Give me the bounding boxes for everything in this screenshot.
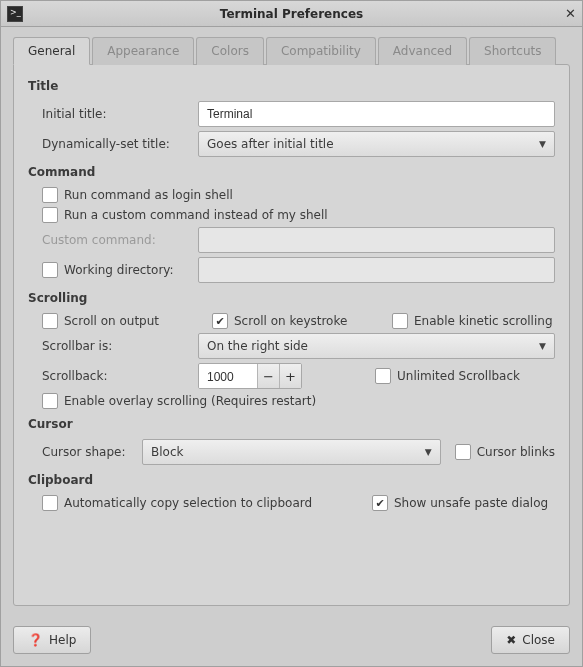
scroll-on-output-group[interactable]: Scroll on output (42, 313, 212, 329)
enable-overlay-label: Enable overlay scrolling (Requires resta… (64, 394, 316, 408)
scroll-on-output-label: Scroll on output (64, 314, 159, 328)
dyn-title-label: Dynamically-set title: (42, 137, 198, 151)
scrollback-increment[interactable]: + (279, 364, 301, 388)
unlimited-scrollback-checkbox[interactable] (375, 368, 391, 384)
row-working-dir: Working directory: (28, 257, 555, 283)
row-scroll-checks: Scroll on output Scroll on keystroke Ena… (28, 313, 555, 329)
scroll-on-keystroke-checkbox[interactable] (212, 313, 228, 329)
custom-cmd-cb-label: Run a custom command instead of my shell (64, 208, 328, 222)
row-dyn-title: Dynamically-set title: Goes after initia… (28, 131, 555, 157)
section-title: Title (28, 79, 555, 93)
autocopy-checkbox[interactable] (42, 495, 58, 511)
initial-title-input[interactable] (198, 101, 555, 127)
preferences-window: Terminal Preferences ✕ General Appearanc… (0, 0, 583, 667)
cursor-blinks-label: Cursor blinks (477, 445, 555, 459)
window-title: Terminal Preferences (1, 7, 582, 21)
row-initial-title: Initial title: (28, 101, 555, 127)
cursor-blinks-group[interactable]: Cursor blinks (455, 444, 555, 460)
scrollbar-is-label: Scrollbar is: (42, 339, 198, 353)
enable-kinetic-checkbox[interactable] (392, 313, 408, 329)
tab-panel-general: Title Initial title: Dynamically-set tit… (13, 64, 570, 606)
footer: ❓ Help ✖ Close (1, 616, 582, 666)
custom-cmd-checkbox[interactable] (42, 207, 58, 223)
row-scrollback: Scrollback: − + Unlimited Scrollback (28, 363, 555, 389)
initial-title-label: Initial title: (42, 107, 198, 121)
scroll-on-keystroke-group[interactable]: Scroll on keystroke (212, 313, 392, 329)
help-button-label: Help (49, 633, 76, 647)
unsafe-paste-group[interactable]: Show unsafe paste dialog (372, 495, 548, 511)
tab-advanced[interactable]: Advanced (378, 37, 467, 65)
scrollbar-is-value: On the right side (207, 339, 308, 353)
section-clipboard: Clipboard (28, 473, 555, 487)
cursor-shape-value: Block (151, 445, 183, 459)
working-dir-label: Working directory: (64, 263, 174, 277)
section-cursor: Cursor (28, 417, 555, 431)
tab-shortcuts[interactable]: Shortcuts (469, 37, 556, 65)
scrollback-input[interactable] (199, 364, 257, 389)
tabbar: General Appearance Colors Compatibility … (13, 37, 570, 65)
unlimited-scrollback-label: Unlimited Scrollback (397, 369, 520, 383)
enable-overlay-group[interactable]: Enable overlay scrolling (Requires resta… (42, 393, 316, 409)
scrollback-spinner: − + (198, 363, 302, 389)
dyn-title-value: Goes after initial title (207, 137, 334, 151)
scrollbar-is-select[interactable]: On the right side ▼ (198, 333, 555, 359)
enable-overlay-checkbox[interactable] (42, 393, 58, 409)
content: General Appearance Colors Compatibility … (1, 27, 582, 616)
close-icon[interactable]: ✕ (565, 6, 576, 21)
row-scrollbar-is: Scrollbar is: On the right side ▼ (28, 333, 555, 359)
row-login-shell: Run command as login shell (28, 187, 555, 203)
unlimited-scrollback-group[interactable]: Unlimited Scrollback (375, 368, 555, 384)
custom-cmd-label: Custom command: (42, 233, 198, 247)
scroll-on-keystroke-label: Scroll on keystroke (234, 314, 347, 328)
row-enable-overlay: Enable overlay scrolling (Requires resta… (28, 393, 555, 409)
section-command: Command (28, 165, 555, 179)
chevron-down-icon: ▼ (539, 341, 546, 351)
help-button[interactable]: ❓ Help (13, 626, 91, 654)
close-icon: ✖ (506, 633, 516, 647)
working-dir-input[interactable] (198, 257, 555, 283)
cursor-shape-select[interactable]: Block ▼ (142, 439, 441, 465)
scrollback-decrement[interactable]: − (257, 364, 279, 388)
row-custom-cmd-input: Custom command: (28, 227, 555, 253)
close-button-label: Close (522, 633, 555, 647)
working-dir-checkbox[interactable] (42, 262, 58, 278)
titlebar: Terminal Preferences ✕ (1, 1, 582, 27)
working-dir-checkbox-group[interactable]: Working directory: (42, 262, 198, 278)
cursor-blinks-checkbox[interactable] (455, 444, 471, 460)
unsafe-paste-checkbox[interactable] (372, 495, 388, 511)
tab-appearance[interactable]: Appearance (92, 37, 194, 65)
login-shell-checkbox-group[interactable]: Run command as login shell (42, 187, 233, 203)
chevron-down-icon: ▼ (539, 139, 546, 149)
autocopy-group[interactable]: Automatically copy selection to clipboar… (42, 495, 372, 511)
login-shell-label: Run command as login shell (64, 188, 233, 202)
autocopy-label: Automatically copy selection to clipboar… (64, 496, 312, 510)
dyn-title-select[interactable]: Goes after initial title ▼ (198, 131, 555, 157)
row-clipboard: Automatically copy selection to clipboar… (28, 495, 555, 511)
tab-colors[interactable]: Colors (196, 37, 264, 65)
row-cursor-shape: Cursor shape: Block ▼ Cursor blinks (28, 439, 555, 465)
scroll-on-output-checkbox[interactable] (42, 313, 58, 329)
close-button[interactable]: ✖ Close (491, 626, 570, 654)
custom-cmd-input[interactable] (198, 227, 555, 253)
cursor-shape-label: Cursor shape: (42, 445, 142, 459)
terminal-icon (7, 6, 23, 22)
scrollback-label: Scrollback: (42, 369, 198, 383)
tab-compatibility[interactable]: Compatibility (266, 37, 376, 65)
login-shell-checkbox[interactable] (42, 187, 58, 203)
row-custom-cmd-cb: Run a custom command instead of my shell (28, 207, 555, 223)
enable-kinetic-group[interactable]: Enable kinetic scrolling (392, 313, 553, 329)
custom-cmd-checkbox-group[interactable]: Run a custom command instead of my shell (42, 207, 328, 223)
unsafe-paste-label: Show unsafe paste dialog (394, 496, 548, 510)
section-scrolling: Scrolling (28, 291, 555, 305)
enable-kinetic-label: Enable kinetic scrolling (414, 314, 553, 328)
help-icon: ❓ (28, 633, 43, 647)
tab-general[interactable]: General (13, 37, 90, 65)
chevron-down-icon: ▼ (425, 447, 432, 457)
